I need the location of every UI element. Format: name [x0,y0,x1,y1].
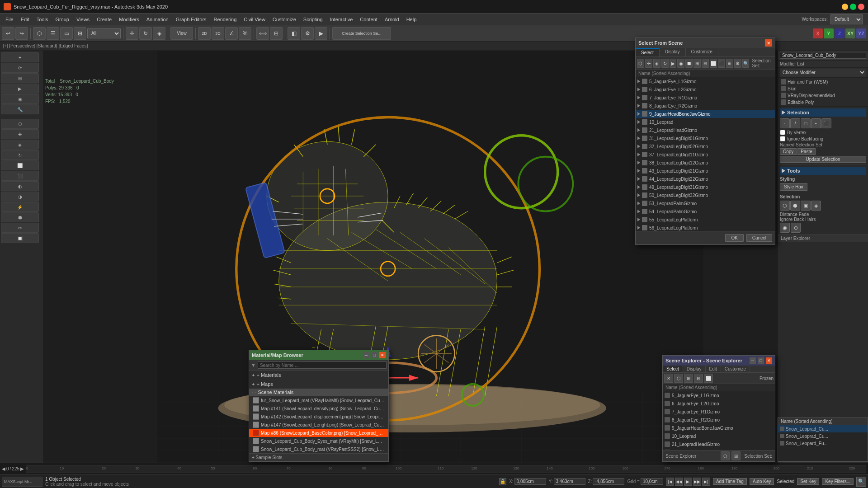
sidebar-motion[interactable]: ▶ [1,84,39,94]
maximize-button[interactable] [850,4,856,10]
scene-exp-minimize-btn[interactable]: ─ [750,357,756,364]
sidebar-tool8[interactable]: ◑ [1,192,39,202]
style-hair-button[interactable]: Style Hair [780,183,807,191]
next-key-button[interactable]: ▶▶ [693,478,701,486]
ignore-backfacing-checkbox[interactable] [780,136,785,141]
select-by-name-button[interactable]: ☰ [47,27,59,40]
menu-views[interactable]: Views [73,16,93,23]
x-coord-input[interactable] [514,478,546,485]
list-item[interactable]: 56_LeopradLegPlatform [636,224,775,231]
small-panel-item[interactable]: Snow_Leopard_Fu... [778,440,868,447]
dialog-toolbar-btn-3[interactable]: ◈ [653,59,660,68]
render-setup-button[interactable]: ⚙ [301,27,314,40]
dialog-toolbar-btn-1[interactable]: ⬡ [637,59,644,68]
frame-next-btn[interactable]: ▶ [20,466,24,471]
window-crossing-button[interactable]: ⊞ [74,27,86,40]
mat-maximize-btn[interactable]: □ [371,352,377,358]
list-item[interactable]: 9_JaguarHeadBoneJawGizmo [636,110,775,118]
sidebar-display[interactable]: ◉ [1,94,39,104]
modifier-eye-icon-4[interactable] [781,99,786,105]
dialog-close-button[interactable]: ✕ [765,39,772,47]
sidebar-create[interactable]: ✦ [1,52,39,62]
search-button[interactable]: 🔍 [856,477,866,487]
sel-icon-2[interactable]: ⬢ [790,201,800,211]
sidebar-tool11[interactable]: ✂ [1,223,39,233]
vertex-select-icon[interactable]: · [780,118,790,128]
scene-exp-list-item[interactable]: 7_JaguarEye_R1Gizmo [663,408,775,416]
dialog-list[interactable]: 5_JaguarEye_L1Gizmo6_JaguarEye_L2Gizmo7_… [636,77,775,231]
mat-minimize-btn[interactable]: ─ [363,352,369,358]
sidebar-tool12[interactable]: 🔲 [1,233,39,243]
list-item[interactable]: 55_LeopradLegPlatform [636,216,775,224]
percent-snap-button[interactable]: % [239,27,251,40]
object-name-input[interactable] [780,52,866,59]
maps-section[interactable]: + + Maps [249,380,388,389]
sidebar-tool6[interactable]: ⬛ [1,171,39,181]
scene-exp-tab-display[interactable]: Display [683,366,706,372]
materials-section[interactable]: + + Materials [249,371,388,380]
view-mode-button[interactable]: View [170,27,193,40]
modifier-hair-fur[interactable]: Hair and Fur (WSM) [780,79,866,85]
list-item[interactable]: 37_LeopradLegDigit11Gizmo [636,150,775,159]
list-item[interactable]: 49_LeopradLegDigit31Gizmo [636,183,775,191]
auto-key-button[interactable]: Auto Key [750,478,774,485]
poly-select-icon[interactable]: ▪ [811,118,821,128]
dialog-toolbar-btn-5[interactable]: ▶ [670,59,677,68]
redo-button[interactable]: ↪ [15,27,28,40]
z-axis-button[interactable]: Z [835,28,844,38]
scene-exp-toolbar-btn-1[interactable]: ✕ [664,374,673,383]
create-selection-button[interactable]: Create Selection Se... [332,27,391,40]
menu-help[interactable]: Help [403,16,420,23]
lock-button[interactable]: 🔒 [499,478,506,485]
menu-customize[interactable]: Customize [269,16,300,23]
menu-graph-editors[interactable]: Graph Editors [172,16,210,23]
dialog-tab-display[interactable]: Display [660,48,686,56]
menu-edit[interactable]: Edit [17,16,33,23]
rect-select-button[interactable]: ▭ [60,27,73,40]
list-item[interactable]: 7_JaguarEye_R1Gizmo [636,94,775,102]
selection-filter-dropdown[interactable]: All Geometry Shapes [87,28,121,38]
prev-frame-button[interactable]: |◀ [666,478,674,486]
sel-util-icon-1[interactable]: ◉ [780,223,790,233]
frame-prev-btn[interactable]: ◀ [2,466,5,471]
list-item[interactable]: 44_LeopradLegDigit22Gizmo [636,175,775,183]
menu-create[interactable]: Create [93,16,115,23]
scene-exp-footer-btn-1[interactable]: ⬡ [721,451,730,460]
modifier-eye-icon-3[interactable] [781,93,786,98]
close-button[interactable] [858,4,864,10]
list-item[interactable]: 8_JaguarEye_R2Gizmo [636,102,775,110]
modifier-eye-icon-2[interactable] [781,86,786,91]
grid-value-input[interactable] [641,478,663,485]
dialog-toolbar-btn-10[interactable]: ⬜ [710,59,717,68]
dialog-ok-button[interactable]: OK [725,234,743,242]
play-button[interactable]: ▶ [684,478,692,486]
list-item[interactable]: 53_LeopradPalmGizmo [636,199,775,207]
modifier-skin[interactable]: Skin [780,85,866,92]
material-item[interactable]: Map #86 (SnowLeopard_BaseColor.png) [Sno… [249,429,388,437]
dialog-cancel-button[interactable]: Cancel [746,234,772,242]
menu-content[interactable]: Content [356,16,381,23]
y-axis-button[interactable]: Y [824,28,834,38]
set-key-button[interactable]: Set Key [797,478,819,485]
sidebar-tool4[interactable]: ↻ [1,150,39,160]
dialog-toolbar-btn-7[interactable]: 🔲 [685,59,693,68]
angle-snap-button[interactable]: ∠ [225,27,238,40]
dialog-title-bar[interactable]: Select From Scene ✕ [636,38,775,48]
select-move-button[interactable]: ✛ [126,27,138,40]
small-panel-item[interactable]: Snow_Leoprad_Cu... [778,432,868,440]
menu-arnold[interactable]: Arnold [381,16,403,23]
list-item[interactable]: 43_LeopradLegDigit21Gizmo [636,167,775,175]
menu-animation[interactable]: Animation [143,16,172,23]
material-item[interactable]: Map #142 (SnowLeopard_displacement.png) … [249,413,388,421]
scene-exp-list-item[interactable]: 6_JaguarEye_L2Gizmo [663,399,775,408]
menu-file[interactable]: File [2,16,17,23]
sidebar-hierarchy[interactable]: ⊞ [1,73,39,83]
dialog-toolbar-btn-2[interactable]: ✛ [645,59,652,68]
add-time-tag-button[interactable]: Add Time Tag [713,478,747,485]
sidebar-tool5[interactable]: ⬜ [1,160,39,170]
select-scale-button[interactable]: ◈ [153,27,165,40]
scene-exp-tab-customize[interactable]: Customize [721,366,750,372]
list-item[interactable]: 54_LeopradPalmGizmo [636,207,775,216]
scene-explorer-list[interactable]: 5_JaguarEye_L1Gizmo6_JaguarEye_L2Gizmo7_… [663,391,775,450]
scene-explorer-header[interactable]: Scene Explorer - Scene Explorer ─ □ ✕ [663,356,775,366]
